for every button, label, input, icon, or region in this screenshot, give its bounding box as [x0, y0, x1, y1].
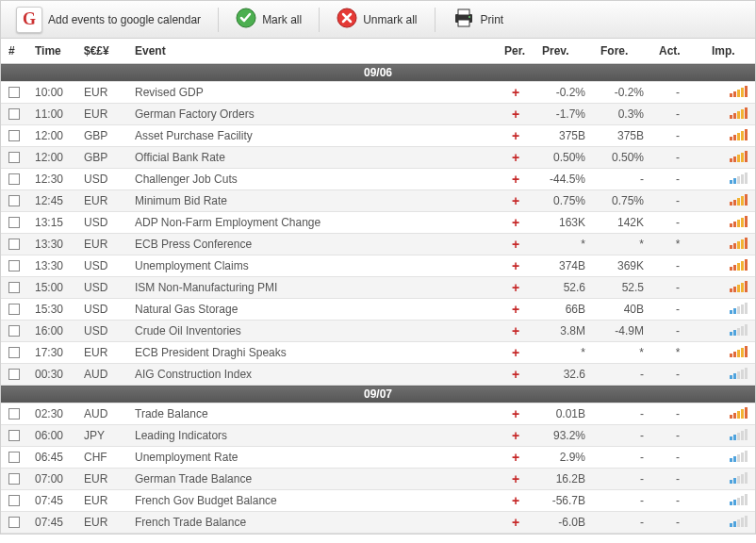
cell-prev: 163K — [534, 212, 593, 234]
google-calendar-button[interactable]: G Add events to google calendar — [7, 7, 210, 33]
cell-prev: 16.2B — [534, 469, 593, 490]
cell-prev: 66B — [534, 299, 593, 321]
cell-imp — [704, 364, 755, 386]
date-separator: 09/07 — [1, 386, 755, 403]
cell-act: - — [651, 104, 704, 125]
expand-icon[interactable]: + — [512, 85, 519, 100]
col-currency: $€£¥ — [76, 39, 127, 64]
cell-time: 12:00 — [27, 147, 76, 169]
table-body: 09/0610:00EURRevised GDP+-0.2%-0.2%-11:0… — [1, 64, 755, 534]
cell-currency: EUR — [76, 82, 127, 104]
cell-act: - — [651, 125, 704, 147]
row-checkbox[interactable] — [8, 282, 20, 293]
table-row: 13:30USDUnemployment Claims+374B369K- — [1, 255, 755, 277]
expand-icon[interactable]: + — [512, 172, 519, 187]
print-button[interactable]: Print — [443, 8, 514, 31]
unmark-all-button[interactable]: Unmark all — [327, 8, 426, 31]
expand-icon[interactable]: + — [512, 428, 519, 443]
col-event: Event — [127, 39, 497, 64]
table-row: 15:00USDISM Non-Manufacturing PMI+52.652… — [1, 277, 755, 299]
expand-icon[interactable]: + — [512, 280, 519, 295]
date-label: 09/06 — [1, 64, 755, 82]
expand-icon[interactable]: + — [512, 406, 519, 421]
cell-event: Challenger Job Cuts — [127, 169, 497, 190]
row-checkbox[interactable] — [8, 325, 20, 337]
row-checkbox[interactable] — [8, 239, 20, 250]
expand-icon[interactable]: + — [512, 107, 519, 122]
row-checkbox[interactable] — [8, 87, 20, 98]
row-checkbox[interactable] — [8, 517, 20, 528]
row-checkbox[interactable] — [8, 430, 20, 441]
cell-act: - — [651, 82, 704, 104]
importance-bars — [730, 86, 748, 97]
expand-icon[interactable]: + — [512, 471, 519, 486]
cell-event: Unemployment Claims — [127, 255, 497, 277]
cell-act: - — [651, 447, 704, 469]
row-checkbox[interactable] — [8, 152, 20, 163]
importance-bars — [730, 472, 748, 484]
cell-act: - — [651, 255, 704, 277]
col-time: Time — [27, 39, 76, 64]
row-checkbox[interactable] — [8, 408, 20, 420]
cell-event: ISM Non-Manufacturing PMI — [127, 277, 497, 299]
table-row: 15:30USDNatural Gas Storage+66B40B- — [1, 299, 755, 321]
cell-event: French Trade Balance — [127, 512, 497, 534]
row-checkbox[interactable] — [8, 452, 20, 463]
cell-prev: 52.6 — [534, 277, 593, 299]
importance-bars — [730, 107, 748, 119]
cell-imp — [704, 342, 755, 364]
row-checkbox[interactable] — [8, 495, 20, 506]
cell-time: 16:00 — [27, 321, 76, 342]
cell-imp — [704, 82, 755, 104]
cell-currency: GBP — [76, 125, 127, 147]
expand-icon[interactable]: + — [512, 367, 519, 382]
expand-icon[interactable]: + — [512, 128, 519, 143]
cell-prev: 93.2% — [534, 425, 593, 447]
expand-icon[interactable]: + — [512, 237, 519, 252]
cell-fore: 369K — [593, 255, 651, 277]
importance-bars — [730, 238, 748, 249]
printer-icon — [452, 8, 475, 31]
expand-icon[interactable]: + — [512, 345, 519, 360]
row-checkbox[interactable] — [8, 108, 20, 120]
importance-bars — [730, 407, 748, 419]
expand-icon[interactable]: + — [512, 323, 519, 338]
row-checkbox[interactable] — [8, 260, 20, 272]
row-checkbox[interactable] — [8, 217, 20, 228]
cell-act: * — [651, 342, 704, 364]
cell-currency: USD — [76, 212, 127, 234]
expand-icon[interactable]: + — [512, 215, 519, 230]
cell-fore: - — [593, 425, 651, 447]
cell-event: German Factory Orders — [127, 104, 497, 125]
importance-bars — [730, 324, 748, 336]
events-table: # Time $€£¥ Event Per. Prev. Fore. Act. … — [1, 39, 755, 534]
date-separator: 09/06 — [1, 64, 755, 82]
importance-bars — [730, 303, 748, 314]
row-checkbox[interactable] — [8, 473, 20, 485]
cell-act: - — [651, 403, 704, 425]
cell-event: French Gov Budget Balance — [127, 490, 497, 512]
cell-event: Unemployment Rate — [127, 447, 497, 469]
importance-bars — [730, 151, 748, 162]
cell-currency: USD — [76, 321, 127, 342]
cell-act: - — [651, 147, 704, 169]
expand-icon[interactable]: + — [512, 493, 519, 508]
cell-prev: -0.2% — [534, 82, 593, 104]
expand-icon[interactable]: + — [512, 193, 519, 208]
row-checkbox[interactable] — [8, 304, 20, 315]
cell-currency: CHF — [76, 447, 127, 469]
row-checkbox[interactable] — [8, 369, 20, 380]
row-checkbox[interactable] — [8, 173, 20, 185]
expand-icon[interactable]: + — [512, 150, 519, 165]
mark-all-button[interactable]: Mark all — [226, 8, 311, 31]
expand-icon[interactable]: + — [512, 515, 519, 530]
row-checkbox[interactable] — [8, 195, 20, 206]
expand-icon[interactable]: + — [512, 258, 519, 273]
table-row: 06:00JPYLeading Indicators+93.2%-- — [1, 425, 755, 447]
calendar-container: G Add events to google calendar Mark all… — [0, 0, 756, 535]
expand-icon[interactable]: + — [512, 302, 519, 317]
row-checkbox[interactable] — [8, 347, 20, 358]
row-checkbox[interactable] — [8, 130, 20, 141]
expand-icon[interactable]: + — [512, 450, 519, 465]
importance-bars — [730, 129, 748, 140]
